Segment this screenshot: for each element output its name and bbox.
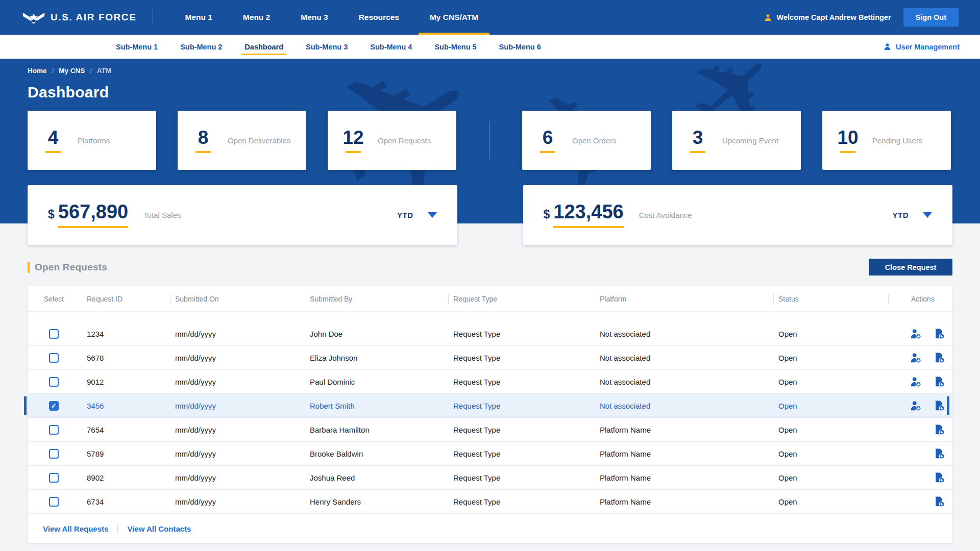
open-requests-header: Open Requests Close Request — [28, 259, 952, 276]
table-row: 1234 mm/dd/yyyy John Doe Request Type No… — [28, 322, 952, 346]
kpi-value: 123,456 — [553, 202, 623, 228]
stat-card-upcoming-event: 3 Upcoming Event — [672, 111, 801, 170]
table-row: 5678 mm/dd/yyyy Eliza Johnson Request Ty… — [28, 346, 952, 370]
col-header-submitted-on: Submitted On — [170, 286, 305, 311]
cell-request-id: 9012 — [82, 378, 170, 386]
welcome-text: Welcome Capt Andrew Bettinger — [777, 13, 891, 21]
cell-select — [28, 353, 82, 363]
assign-user-icon-button[interactable] — [910, 352, 921, 363]
cell-actions — [888, 376, 952, 387]
sub-menu-item-3[interactable]: Sub-Menu 3 — [295, 35, 359, 59]
usaf-logo-icon — [22, 11, 45, 24]
stat-underline — [45, 151, 61, 153]
cell-status: Open — [773, 497, 888, 506]
top-menu-item-my-cns-atm[interactable]: My CNS/ATM — [414, 0, 494, 35]
add-document-icon-button[interactable] — [934, 472, 945, 483]
period-dropdown[interactable]: YTD — [397, 211, 437, 219]
stat-label: Open Requests — [378, 136, 431, 145]
cell-request-type: Request Type — [448, 402, 595, 410]
add-document-icon-button[interactable] — [934, 328, 945, 339]
col-header-actions: Actions — [888, 286, 952, 311]
cell-status: Open — [773, 354, 888, 362]
cell-select — [28, 473, 82, 483]
row-checkbox[interactable] — [49, 353, 59, 363]
stat-card-open-orders: 6 Open Orders — [522, 111, 651, 170]
top-menu-item-3[interactable]: Menu 3 — [285, 0, 343, 35]
kpi-total-sales-card: $ 567,890 Total Sales YTD — [28, 185, 457, 245]
row-checkbox[interactable] — [49, 425, 59, 435]
table-header-row: Select Request ID Submitted On Submitted… — [28, 286, 952, 312]
breadcrumb-home[interactable]: Home — [28, 67, 47, 74]
row-checkbox[interactable] — [49, 449, 59, 459]
table-footer-links: View All Requests View All Contacts — [28, 514, 952, 541]
cell-platform: Platform Name — [595, 473, 773, 482]
add-document-icon-button[interactable] — [934, 376, 945, 387]
usaf-brand[interactable]: U.S. AIR FORCE — [22, 11, 136, 24]
document-add-icon — [934, 352, 945, 363]
cell-submitted-on: mm/dd/yyyy — [170, 497, 305, 506]
add-document-icon-button[interactable] — [934, 424, 945, 435]
sub-menu-item-1[interactable]: Sub-Menu 1 — [105, 35, 169, 59]
cell-status: Open — [773, 449, 888, 458]
stat-label: Open Orders — [572, 136, 617, 145]
document-add-icon — [934, 472, 945, 483]
cell-select — [28, 449, 82, 459]
top-menu-item-resources[interactable]: Resources — [344, 0, 414, 35]
breadcrumb-my-cns[interactable]: My CNS — [59, 67, 85, 74]
chevron-down-icon — [428, 212, 437, 218]
table-row: 3456 mm/dd/yyyy Robert Smith Request Typ… — [28, 394, 952, 418]
assign-user-icon-button[interactable] — [910, 328, 921, 339]
assign-user-icon-button[interactable] — [910, 376, 921, 387]
table-row: 9012 mm/dd/yyyy Paul Dominic Request Typ… — [28, 370, 952, 394]
cell-actions — [888, 448, 952, 459]
period-dropdown[interactable]: YTD — [893, 211, 933, 219]
stat-label: Pending Users — [872, 136, 922, 145]
cell-submitted-by: John Doe — [305, 330, 448, 338]
top-menu-item-1[interactable]: Menu 1 — [169, 0, 227, 35]
person-add-icon — [910, 328, 921, 339]
sub-menu-item-dashboard[interactable]: Dashboard — [233, 35, 295, 59]
cell-request-type: Request Type — [448, 449, 595, 458]
cell-platform: Not associated — [595, 354, 773, 362]
document-add-icon — [934, 328, 945, 339]
cell-select — [28, 329, 82, 339]
row-checkbox[interactable] — [49, 329, 59, 339]
stat-underline — [346, 151, 361, 153]
row-checkbox[interactable] — [49, 401, 59, 411]
top-menu: Menu 1 Menu 2 Menu 3 Resources My CNS/AT… — [169, 0, 494, 35]
view-all-contacts-link[interactable]: View All Contacts — [127, 524, 191, 533]
sub-menu-item-5[interactable]: Sub-Menu 5 — [423, 35, 487, 59]
close-request-button[interactable]: Close Request — [869, 259, 952, 276]
row-checkbox[interactable] — [49, 497, 59, 507]
add-document-icon-button[interactable] — [934, 352, 945, 363]
cell-select — [28, 377, 82, 387]
top-menu-item-2[interactable]: Menu 2 — [228, 0, 285, 35]
currency-sign: $ — [544, 208, 550, 221]
page-title: Dashboard — [28, 84, 952, 101]
user-management-link[interactable]: User Management — [883, 42, 960, 51]
requests-table-body: 1234 mm/dd/yyyy John Doe Request Type No… — [28, 322, 952, 514]
col-header-submitted-by: Submitted By — [305, 286, 448, 311]
table-row: 6734 mm/dd/yyyy Henry Sanders Request Ty… — [28, 490, 952, 514]
sub-menu-item-6[interactable]: Sub-Menu 6 — [488, 35, 552, 59]
cell-request-type: Request Type — [448, 354, 595, 362]
sub-menu-item-2[interactable]: Sub-Menu 2 — [169, 35, 233, 59]
kpi-amount: $ 567,890 — [48, 202, 128, 228]
view-all-requests-link[interactable]: View All Requests — [43, 524, 108, 533]
stat-value: 12 — [342, 128, 363, 147]
row-checkbox[interactable] — [49, 473, 59, 483]
table-row: 8902 mm/dd/yyyy Joshua Reed Request Type… — [28, 466, 952, 490]
breadcrumb-current: ATM — [97, 67, 111, 74]
cell-select — [28, 497, 82, 507]
cell-platform: Platform Name — [595, 449, 773, 458]
kpi-row: $ 567,890 Total Sales YTD $ 123,456 Cost… — [28, 185, 952, 245]
sub-menu-item-4[interactable]: Sub-Menu 4 — [359, 35, 423, 59]
sign-out-button[interactable]: Sign Out — [903, 8, 959, 27]
add-document-icon-button[interactable] — [934, 496, 945, 507]
add-document-icon-button[interactable] — [934, 448, 945, 459]
cell-platform: Not associated — [595, 402, 773, 410]
stat-underline — [540, 151, 555, 153]
row-checkbox[interactable] — [49, 377, 59, 387]
assign-user-icon-button[interactable] — [910, 400, 921, 411]
add-document-icon-button[interactable] — [934, 400, 945, 411]
